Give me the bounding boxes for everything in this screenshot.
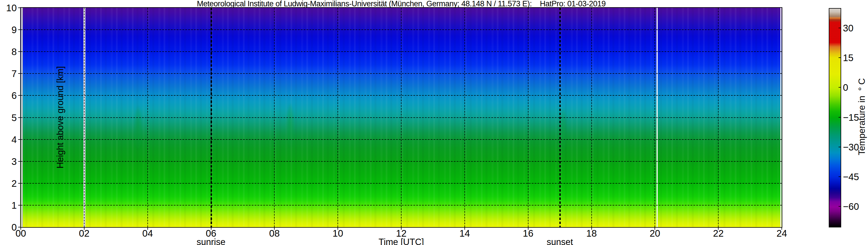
x-tick-label-02: 02 — [79, 229, 89, 238]
colorbar — [829, 8, 841, 228]
y-tick-label-9: 9 — [0, 25, 17, 35]
y-tick-mark-1 — [18, 205, 21, 206]
x-tick-label-12: 12 — [396, 229, 407, 238]
x-tick-label-20: 20 — [650, 229, 660, 238]
colorbar-tick-label--30: −30 — [843, 142, 859, 152]
x-tick-label-04: 04 — [142, 229, 153, 238]
colorbar-tick-label--60: −60 — [843, 202, 859, 211]
y-tick-label-4: 4 — [0, 135, 17, 144]
x-gridline-20 — [654, 8, 655, 227]
x-tick-label-24: 24 — [777, 229, 787, 238]
x-gridline-22 — [718, 8, 719, 227]
y-tick-label-5: 5 — [0, 113, 17, 123]
colorbar-tick-mark--45 — [839, 176, 841, 177]
x-tick-label-18: 18 — [586, 229, 597, 238]
x-gridline-12 — [401, 8, 402, 227]
y-tick-mark-2 — [18, 183, 21, 184]
y-tick-mark-8 — [18, 51, 21, 52]
y-tick-mark-9 — [18, 29, 21, 30]
y-tick-label-3: 3 — [0, 157, 17, 166]
sunrise-line — [211, 8, 212, 227]
y-tick-mark-6 — [18, 95, 21, 96]
colorbar-tick-label--45: −45 — [843, 172, 859, 182]
heatmap-plot-area — [21, 8, 782, 227]
y-tick-mark-10 — [18, 7, 21, 8]
x-tick-label-22: 22 — [713, 229, 724, 238]
x-gridline-16 — [528, 8, 528, 227]
y-tick-label-2: 2 — [0, 179, 17, 188]
colorbar-tick-mark-30 — [839, 28, 841, 28]
y-tick-label-0: 0 — [0, 222, 17, 232]
x-tick-label-10: 10 — [333, 229, 343, 238]
y-tick-label-10: 10 — [0, 3, 17, 13]
anomaly-streak-0 — [134, 106, 142, 149]
x-tick-label-14: 14 — [459, 229, 470, 238]
colorbar-tick-label-15: 15 — [843, 53, 854, 63]
y-tick-label-7: 7 — [0, 69, 17, 78]
y-tick-mark-3 — [18, 161, 21, 162]
y-tick-label-8: 8 — [0, 47, 17, 57]
colorbar-tick-label-30: 30 — [843, 23, 854, 33]
x-gridline-2 — [84, 8, 85, 227]
x-gridline-14 — [464, 8, 465, 227]
x-gridline-8 — [274, 8, 275, 227]
colorbar-tick-mark--15 — [839, 117, 841, 117]
x-gridline-10 — [338, 8, 338, 227]
y-tick-mark-4 — [18, 139, 21, 140]
x-tick-label-08: 08 — [269, 229, 280, 238]
colorbar-tick-mark-15 — [839, 57, 841, 58]
x-tick-label-06: 06 — [206, 229, 216, 238]
colorbar-tick-label--15: −15 — [843, 113, 859, 122]
colorbar-tick-mark--60 — [839, 206, 841, 207]
x-tick-label-16: 16 — [523, 229, 533, 238]
y-tick-mark-5 — [18, 117, 21, 118]
y-tick-label-6: 6 — [0, 91, 17, 100]
colorbar-tick-label-0: 0 — [843, 83, 848, 92]
figure: Meteorological Institute of Ludwig-Maxim… — [0, 0, 868, 245]
colorbar-tick-mark--30 — [839, 147, 841, 147]
anomaly-streak-1 — [286, 104, 294, 147]
y-tick-label-1: 1 — [0, 201, 17, 210]
y-tick-mark-7 — [18, 73, 21, 74]
x-tick-label-00: 00 — [16, 229, 26, 238]
sunset-label: sunset — [547, 238, 573, 245]
chart-title: Meteorological Institute of Ludwig-Maxim… — [21, 0, 782, 8]
sunset-line — [559, 8, 561, 227]
colorbar-tick-mark-0 — [839, 87, 841, 88]
x-gridline-18 — [591, 8, 592, 227]
x-gridline-4 — [147, 8, 148, 227]
